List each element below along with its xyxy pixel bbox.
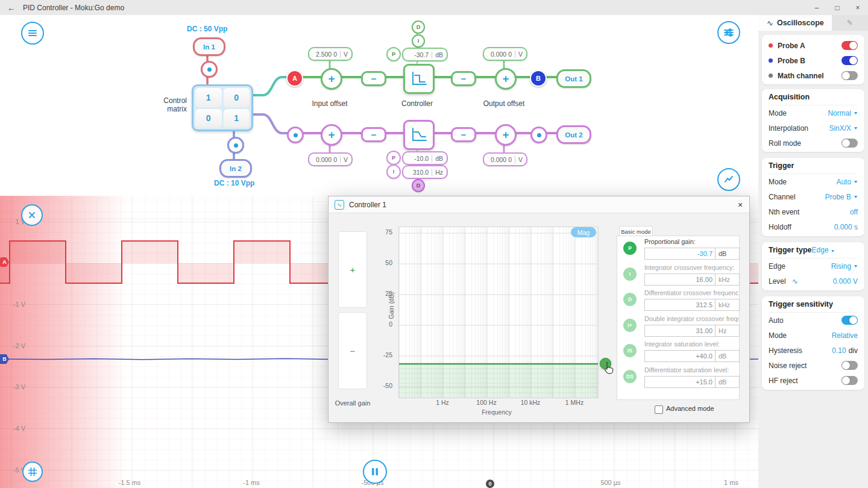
out2-node[interactable]: Out 2 [556, 125, 591, 144]
hamburger-icon [27, 28, 38, 39]
acquisition-header: Acquisition [769, 89, 858, 105]
trig-holdoff-row[interactable]: Holdoff 0.000 s [769, 219, 858, 234]
controller2-d-badge[interactable]: D [412, 179, 425, 192]
probe-a-toggle[interactable] [841, 41, 858, 50]
roll-mode-toggle[interactable] [841, 139, 858, 148]
bode-plot[interactable] [398, 227, 599, 398]
title-bar: ← PID Controller - Moku:Go demo – □ × [0, 0, 868, 15]
d-crossover-input[interactable]: 312.5 [644, 299, 715, 311]
d-saturation-icon[interactable]: DS [623, 370, 637, 383]
input-offset2-value-pill[interactable]: 0.000 0V [308, 152, 353, 166]
trig-level-row[interactable]: Level ∿ 0.000 V [769, 274, 858, 289]
acq-interpolation-row[interactable]: Interpolation SinX/X ▼ [769, 120, 858, 136]
in2-tap-node[interactable] [227, 137, 244, 154]
in1-tap-node[interactable] [201, 61, 218, 78]
controller1-block[interactable] [403, 64, 435, 94]
controller2-block[interactable] [403, 120, 435, 150]
probe-b-toggle[interactable] [841, 56, 858, 65]
output-offset-node[interactable]: + [495, 68, 517, 90]
acq-mode-row[interactable]: Mode Normal ▼ [769, 105, 858, 120]
matrix-cell-r2c1[interactable]: 0 [195, 109, 222, 128]
gain-minus-node-top-right[interactable]: − [451, 71, 476, 86]
controller2-i-value-pill[interactable]: 310.0Hz [402, 165, 448, 179]
trig-mode-row[interactable]: Mode Auto ▼ [769, 174, 858, 189]
output-offset2-node[interactable]: + [495, 124, 517, 146]
trig-channel-row[interactable]: Channel Probe B ▼ [769, 189, 858, 204]
back-arrow-icon[interactable]: ← [0, 3, 23, 13]
controller2-p-value-pill[interactable]: -10.0dB [402, 151, 448, 165]
hand-cursor [602, 361, 615, 376]
time-zero-marker[interactable]: 0 [486, 480, 494, 488]
i-crossover-icon[interactable]: I [623, 267, 637, 281]
math-channel-toggle[interactable] [841, 71, 858, 80]
trigger-type-header-row[interactable]: Trigger type Edge ▼ [769, 242, 858, 258]
matrix-cell-r2c2[interactable]: 1 [224, 109, 250, 128]
tab-basic-mode[interactable]: Basic mode [619, 226, 653, 236]
edit-instrument-tab[interactable]: ✎ [832, 15, 868, 31]
double-i-crossover-input[interactable]: 31.00 [644, 325, 715, 337]
dialog-header[interactable]: ∿ Controller 1 × [329, 196, 749, 213]
dialog-close-button[interactable]: × [731, 200, 749, 210]
in1-node[interactable]: In 1 [193, 37, 225, 56]
probe-b-marker[interactable]: B [530, 70, 547, 87]
in2-node[interactable]: In 2 [219, 159, 252, 178]
d-crossover-icon[interactable]: D [623, 293, 637, 306]
gain-minus-node-bottom-left[interactable]: − [361, 127, 386, 142]
p-gain-input[interactable]: -30.7 [644, 248, 715, 260]
d-saturation-input[interactable]: +15.0 [644, 376, 715, 388]
sens-auto-toggle[interactable] [841, 316, 858, 325]
input-offset-node[interactable]: + [321, 68, 342, 90]
grid-settings-button[interactable] [22, 461, 43, 482]
gain-minus-node-bottom-right[interactable]: − [451, 127, 476, 142]
math-channel-row: Math channel [769, 68, 858, 83]
out1-node[interactable]: Out 1 [556, 69, 591, 88]
tab-oscilloscope[interactable]: ∿ Oscilloscope [758, 15, 832, 31]
sens-mode-row[interactable]: Mode Relative [769, 328, 858, 343]
controller1-d-badge[interactable]: D [412, 20, 425, 34]
probe-a-dot [769, 43, 773, 48]
noise-reject-toggle[interactable] [841, 361, 858, 370]
close-button[interactable]: × [848, 0, 868, 15]
io-settings-button[interactable] [717, 21, 740, 44]
controller2-i-badge[interactable]: I [386, 164, 401, 179]
pause-acquisition-button[interactable] [363, 460, 387, 484]
minimize-button[interactable]: – [807, 0, 827, 15]
matrix-cell-r1c1[interactable]: 1 [195, 88, 222, 107]
v-label-5: -4 V [4, 425, 25, 432]
double-i-crossover-icon[interactable]: I+ [623, 319, 637, 332]
window-title: PID Controller - Moku:Go demo [23, 4, 124, 12]
overall-gain-increase-button[interactable]: + [338, 231, 367, 308]
sens-hysteresis-row[interactable]: Hysteresis 0.10 div [769, 343, 858, 358]
close-scope-button[interactable] [21, 204, 43, 226]
i-crossover-input[interactable]: 16.00 [644, 274, 715, 286]
waveform-view-button[interactable] [717, 168, 740, 191]
i-saturation-icon[interactable]: IS [623, 344, 637, 357]
main-menu-button[interactable] [21, 22, 44, 45]
matrix-cell-r1c2[interactable]: 0 [224, 88, 250, 107]
probe-a-marker[interactable]: A [286, 70, 303, 87]
overall-gain-decrease-button[interactable]: − [338, 312, 367, 389]
out2-tap-node[interactable] [530, 127, 547, 143]
input-offset2-node[interactable]: + [321, 124, 342, 146]
output-offset-value-pill[interactable]: 0.000 0V [483, 47, 527, 61]
controller-label: Controller [393, 99, 441, 108]
mag-button[interactable]: Mag [571, 227, 596, 237]
output-offset2-value-pill[interactable]: 0.000 0V [483, 152, 527, 166]
ch2-tap-node[interactable] [287, 127, 304, 143]
chevron-down-icon: ▼ [853, 126, 858, 130]
controller2-p-badge[interactable]: P [386, 151, 401, 165]
controller1-i-badge[interactable]: I [412, 34, 425, 48]
p-gain-icon[interactable]: P [623, 242, 637, 255]
controller1-p-value-pill[interactable]: -30.7dB [402, 48, 448, 61]
trig-nth-event-row[interactable]: Nth event off [769, 204, 858, 219]
maximize-button[interactable]: □ [827, 0, 848, 15]
hf-reject-toggle[interactable] [841, 376, 858, 385]
level-wave-icon: ∿ [792, 277, 798, 286]
input-offset-value-pill[interactable]: 2.500 0V [308, 47, 353, 61]
i-saturation-input[interactable]: +40.0 [644, 350, 715, 362]
advanced-mode-checkbox[interactable] [655, 405, 663, 414]
trig-edge-row[interactable]: Edge Rising ▼ [769, 258, 858, 274]
gain-minus-node-top-left[interactable]: − [361, 71, 386, 86]
bode-xlabel: Frequency [479, 408, 515, 416]
controller1-p-badge[interactable]: P [386, 47, 401, 61]
